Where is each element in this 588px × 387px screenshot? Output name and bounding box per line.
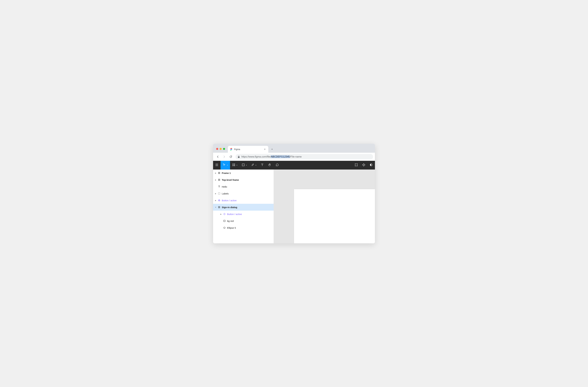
app-body: ▶Frame 1▶Top-level frameHello▶Labels▶But… xyxy=(213,170,375,243)
layer-row[interactable]: ▶Top-level frame xyxy=(213,176,273,183)
layer-row[interactable]: Ellipse 5 xyxy=(213,224,273,231)
tab-title: Figma xyxy=(234,148,262,150)
component-icon xyxy=(218,199,221,201)
lock-icon xyxy=(238,156,240,158)
instance-icon xyxy=(223,213,226,215)
chevron-right-icon[interactable]: ▶ xyxy=(215,193,216,194)
menu-tool[interactable] xyxy=(213,161,221,170)
layer-label: Frame 1 xyxy=(222,172,273,174)
layer-row[interactable]: ▶Button / active xyxy=(213,211,273,217)
hand-icon xyxy=(268,163,271,167)
group-selection-button[interactable] xyxy=(353,161,360,170)
reload-button[interactable] xyxy=(228,154,234,160)
tab-close-button[interactable]: × xyxy=(264,148,266,151)
layer-label: Ellipse 5 xyxy=(227,227,273,229)
menu-icon xyxy=(215,163,218,167)
figma-app: ▾▾▾▾ ▶Frame 1▶Top-level frameHello▶Label… xyxy=(213,161,375,243)
layer-label: Labels xyxy=(222,192,273,195)
figma-toolbar: ▾▾▾▾ xyxy=(213,161,375,170)
frame-icon xyxy=(218,179,221,181)
browser-toolbar: https://www.figma.com/file/ABCDEFG12345/… xyxy=(213,153,375,161)
group-icon xyxy=(218,193,221,194)
browser-tab-strip: Figma × + xyxy=(213,144,375,153)
frame-icon xyxy=(232,163,235,167)
frame-icon xyxy=(218,172,221,174)
move-icon xyxy=(223,163,226,167)
layer-row[interactable]: ▶Labels xyxy=(213,190,273,197)
layer-row[interactable]: ▼Sign-in dialog xyxy=(213,204,273,211)
mask-icon xyxy=(370,163,373,167)
chevron-down-icon: ▾ xyxy=(255,164,256,166)
pen-tool[interactable]: ▾ xyxy=(249,161,258,170)
chevron-down-icon: ▾ xyxy=(227,164,228,166)
chevron-down-icon: ▾ xyxy=(237,164,237,166)
chevron-down-icon[interactable]: ▼ xyxy=(215,206,216,208)
text-tool[interactable] xyxy=(258,161,266,170)
text-icon xyxy=(261,163,264,167)
forward-button[interactable] xyxy=(221,154,227,160)
layer-label: bg red xyxy=(227,220,273,222)
figma-favicon-icon xyxy=(230,148,232,150)
group-selection-icon xyxy=(355,163,358,167)
back-button[interactable] xyxy=(215,154,221,160)
frame-icon xyxy=(218,206,221,208)
chevron-right-icon[interactable]: ▶ xyxy=(220,213,222,215)
url-text: https://www.figma.com/file/ABCDEFG12345/… xyxy=(241,155,302,158)
mask-button[interactable] xyxy=(367,161,375,170)
url-suffix: /File-name xyxy=(290,155,302,158)
layer-label: Button / active xyxy=(222,199,273,202)
rect-icon xyxy=(223,220,226,222)
url-prefix: https://www.figma.com/file/ xyxy=(241,155,271,158)
hand-tool[interactable] xyxy=(266,161,273,170)
shape-icon xyxy=(242,163,245,167)
canvas[interactable] xyxy=(274,170,375,243)
layer-row[interactable]: Hello xyxy=(213,183,273,190)
layer-row[interactable]: ▶Frame 1 xyxy=(213,170,273,176)
layer-label: Top-level frame xyxy=(222,179,273,181)
pen-icon xyxy=(251,163,254,167)
components-button[interactable] xyxy=(360,161,367,170)
frame-tool[interactable]: ▾ xyxy=(230,161,240,170)
chevron-down-icon: ▾ xyxy=(246,164,247,166)
components-icon xyxy=(362,163,365,167)
browser-window: Figma × + https://www.figma.com/file/ABC… xyxy=(213,144,375,243)
chevron-right-icon[interactable]: ▶ xyxy=(215,200,216,201)
url-file-id-highlighted: ABCDEFG12345 xyxy=(271,155,290,158)
ellipse-icon xyxy=(223,227,226,229)
layer-label: Sign-in dialog xyxy=(222,206,273,209)
comment-icon xyxy=(276,163,279,167)
shape-tool[interactable]: ▾ xyxy=(240,161,249,170)
window-minimize-button[interactable] xyxy=(220,148,222,150)
text-icon xyxy=(218,186,221,188)
move-tool[interactable]: ▾ xyxy=(221,161,230,170)
layer-label: Button / active xyxy=(227,213,273,215)
new-tab-button[interactable]: + xyxy=(270,147,274,151)
layer-row[interactable]: bg red xyxy=(213,217,273,224)
layer-label: Hello xyxy=(222,185,273,188)
browser-tab[interactable]: Figma × xyxy=(228,146,268,153)
layers-panel: ▶Frame 1▶Top-level frameHello▶Labels▶But… xyxy=(213,170,274,243)
chevron-right-icon[interactable]: ▶ xyxy=(215,179,216,181)
comment-tool[interactable] xyxy=(273,161,281,170)
address-bar[interactable]: https://www.figma.com/file/ABCDEFG12345/… xyxy=(235,154,373,160)
canvas-frame[interactable] xyxy=(294,189,375,243)
chevron-right-icon[interactable]: ▶ xyxy=(215,172,216,174)
window-controls xyxy=(215,148,228,153)
layer-row[interactable]: ▶Button / active xyxy=(213,197,273,204)
window-close-button[interactable] xyxy=(216,148,218,150)
window-maximize-button[interactable] xyxy=(223,148,225,150)
